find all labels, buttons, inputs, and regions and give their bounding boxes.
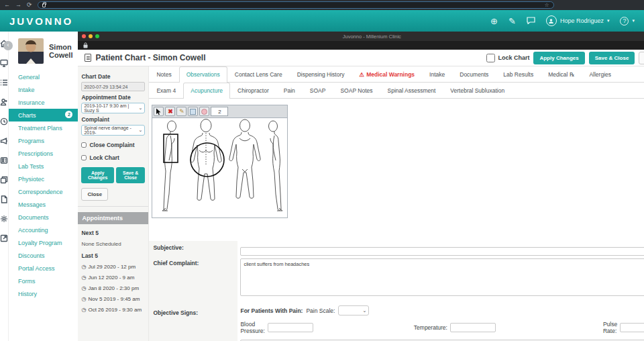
chat-icon[interactable]: [527, 17, 535, 26]
reload-icon[interactable]: ⟳: [27, 2, 32, 8]
lock-chart-checkbox-header[interactable]: Lock Chart: [486, 54, 529, 62]
list-icon[interactable]: [0, 77, 8, 89]
tab-exam4[interactable]: Exam 4: [149, 83, 183, 98]
select-cursor-tool[interactable]: [154, 107, 164, 116]
sidebar-item-messages[interactable]: Messages: [9, 198, 78, 211]
settings-gear-icon[interactable]: [0, 213, 8, 226]
lock-chart-checkbox[interactable]: [486, 54, 495, 62]
forward-icon[interactable]: →: [15, 2, 21, 8]
close-complaint-checkbox-row[interactable]: Close Complaint: [81, 142, 145, 148]
sidebar-item-accounting[interactable]: Accounting: [9, 224, 78, 236]
tab-dispensing-history[interactable]: Dispensing History: [290, 66, 352, 82]
patients-icon[interactable]: [0, 97, 8, 109]
sidebar-item-documents[interactable]: Documents: [9, 211, 78, 224]
tab-contact-lens-care[interactable]: Contact Lens Care: [227, 66, 290, 82]
sidebar-item-portal-access[interactable]: Portal Access: [9, 262, 78, 275]
chart-date-label: Chart Date: [81, 73, 145, 80]
notes-file-icon[interactable]: [0, 194, 8, 206]
announcements-icon[interactable]: [0, 136, 8, 148]
body-chart[interactable]: [152, 117, 288, 218]
edit-pencil-icon[interactable]: ✎: [508, 17, 516, 26]
close-button-panel[interactable]: Close: [81, 188, 108, 201]
tab-soap-notes[interactable]: SOAP Notes: [333, 83, 380, 98]
apply-changes-button[interactable]: Apply Changes: [533, 52, 584, 64]
chevron-down-icon: ▾: [607, 18, 610, 23]
collapse-sidebar-button[interactable]: ‹: [3, 41, 13, 50]
sidebar-item-discounts[interactable]: Discounts: [9, 249, 78, 262]
lock-chart-checkbox-row[interactable]: Lock Chart: [81, 154, 145, 161]
close-button[interactable]: Close: [639, 52, 644, 64]
sidebar-item-prescriptions[interactable]: Prescriptions: [9, 147, 78, 160]
subjective-input[interactable]: [240, 247, 644, 256]
appointment-entry[interactable]: ◷Jan 8 2020 - 2:30 pm: [81, 285, 145, 291]
complaint-select[interactable]: Spinal nerve damage - 2019-⌄: [81, 125, 145, 136]
sidebar-item-loyalty-program[interactable]: Loyalty Program: [9, 236, 78, 249]
tab-intake[interactable]: Intake: [422, 66, 452, 82]
appointment-date-select[interactable]: 2019-10-17 9:30 am | Suzy S⌄: [81, 103, 145, 113]
copy-files-icon[interactable]: [0, 175, 8, 187]
sidebar-item-correspondence[interactable]: Correspondence: [9, 185, 78, 198]
pain-scale-select[interactable]: ⌄: [338, 305, 369, 315]
bookmark-star-icon[interactable]: ☆: [544, 2, 549, 8]
temperature-input[interactable]: [450, 323, 496, 332]
minimize-traffic-light[interactable]: [89, 34, 93, 38]
circle-tool[interactable]: [199, 107, 209, 116]
tab-spinal-assessment[interactable]: Spinal Assessment: [380, 83, 443, 98]
draw-pencil-tool[interactable]: ✎: [176, 107, 186, 116]
tab-medical-rx[interactable]: Medical ℞: [541, 66, 582, 82]
rectangle-tool[interactable]: [188, 107, 198, 116]
sidebar-item-forms[interactable]: Forms: [9, 275, 78, 287]
sidebar-item-intake[interactable]: Intake: [9, 83, 78, 96]
user-menu[interactable]: Hope Rodriguez ▾: [546, 15, 610, 26]
appointment-entry[interactable]: ◷Nov 5 2019 - 9:45 am: [81, 296, 145, 302]
tab-observations[interactable]: Observations: [179, 66, 227, 83]
sidebar-item-treatment-plans[interactable]: Treatment Plans: [9, 121, 78, 134]
tab-lab-results[interactable]: Lab Results: [496, 66, 541, 82]
sidebar-item-history[interactable]: History: [9, 287, 78, 300]
schedule-clock-icon[interactable]: [0, 116, 8, 128]
address-bar[interactable]: ☆: [38, 1, 554, 9]
pulse-rate-input[interactable]: [620, 323, 644, 332]
delete-annotation-tool[interactable]: ✖: [165, 107, 175, 116]
tab-chiropractor[interactable]: Chiropractor: [230, 83, 276, 98]
tab-pain[interactable]: Pain: [276, 83, 303, 98]
appointment-entry[interactable]: ◷Jun 12 2020 - 9 am: [81, 275, 145, 281]
blood-pressure-input[interactable]: [268, 323, 313, 332]
appointment-entry[interactable]: ◷Oct 26 2019 - 9:30 am: [81, 307, 145, 313]
save-close-button-panel[interactable]: Save & Close: [116, 167, 146, 183]
apply-changes-button-panel[interactable]: Apply Changes: [81, 167, 113, 183]
sidebar-item-general[interactable]: General: [9, 70, 78, 83]
back-icon[interactable]: ←: [4, 2, 10, 8]
tab-vertebral-subluxation[interactable]: Vertebral Subluxation: [443, 83, 512, 98]
zoom-traffic-light[interactable]: [95, 34, 99, 38]
close-traffic-light[interactable]: [82, 34, 86, 38]
close-complaint-checkbox[interactable]: [81, 142, 87, 148]
sidebar-item-programs[interactable]: Programs: [9, 134, 78, 147]
tab-notes[interactable]: Notes: [149, 66, 178, 82]
chief-complaint-textarea[interactable]: [240, 258, 644, 296]
appointment-entry[interactable]: ◷Jul 29 2020 - 12 pm: [81, 264, 145, 270]
external-link-icon[interactable]: [0, 233, 8, 245]
sidebar-item-charts[interactable]: Charts 2: [9, 109, 78, 121]
chevron-down-icon: ⌄: [363, 308, 367, 313]
tab-medical-warnings[interactable]: ⚠Medical Warnings: [352, 66, 423, 82]
monitor-icon[interactable]: [0, 58, 8, 70]
tab-allergies[interactable]: Allergies: [582, 66, 619, 82]
lock-chart-checkbox-panel[interactable]: [81, 155, 87, 160]
tab-documents[interactable]: Documents: [452, 66, 496, 82]
tab-soap[interactable]: SOAP: [303, 83, 333, 98]
help-menu[interactable]: ? ▾: [620, 17, 635, 26]
next5-value: None Scheduled: [81, 241, 145, 247]
window-titlebar: Juvonno - Millenium Clinic: [78, 32, 644, 41]
annotation-count-box[interactable]: 2: [211, 107, 228, 116]
subjective-label: Subjective:: [153, 244, 233, 251]
clock-icon: ◷: [81, 275, 86, 281]
contact-card-icon[interactable]: [0, 155, 8, 167]
sidebar-item-lab-tests[interactable]: Lab Tests: [9, 160, 78, 173]
sidebar-item-insurance[interactable]: Insurance: [9, 96, 78, 109]
sidebar-item-physiotec[interactable]: Physiotec: [9, 173, 78, 185]
app-header: JUVONNO ⊕ ✎ Hope Rodriguez ▾ ? ▾: [0, 10, 644, 32]
add-icon[interactable]: ⊕: [490, 17, 498, 26]
save-close-button[interactable]: Save & Close: [589, 52, 635, 64]
tab-acupuncture[interactable]: Acupuncture: [183, 83, 230, 99]
